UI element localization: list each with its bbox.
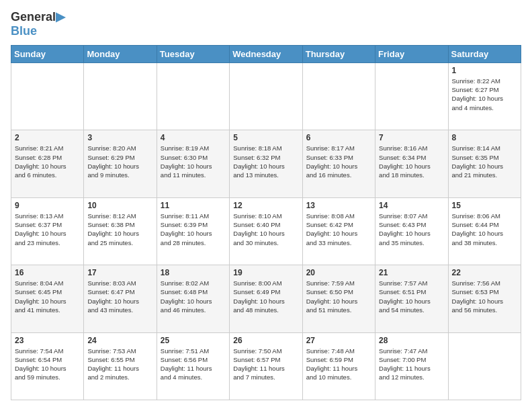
day-number: 10 xyxy=(87,201,152,210)
calendar-week-row: 1Sunrise: 8:22 AM Sunset: 6:27 PM Daylig… xyxy=(11,62,521,130)
calendar-cell: 3Sunrise: 8:20 AM Sunset: 6:29 PM Daylig… xyxy=(84,130,157,197)
day-number: 23 xyxy=(15,336,80,345)
day-info: Sunrise: 8:18 AM Sunset: 6:32 PM Dayligh… xyxy=(233,144,298,179)
day-info: Sunrise: 8:11 AM Sunset: 6:39 PM Dayligh… xyxy=(161,212,226,247)
calendar-cell xyxy=(375,62,448,130)
calendar-cell xyxy=(448,332,521,400)
day-info: Sunrise: 8:06 AM Sunset: 6:44 PM Dayligh… xyxy=(452,212,517,247)
calendar-week-row: 2Sunrise: 8:21 AM Sunset: 6:28 PM Daylig… xyxy=(11,130,521,197)
header: General▶ Blue xyxy=(11,11,521,38)
day-info: Sunrise: 8:03 AM Sunset: 6:47 PM Dayligh… xyxy=(87,279,152,314)
calendar-cell: 22Sunrise: 7:56 AM Sunset: 6:53 PM Dayli… xyxy=(448,265,521,332)
day-info: Sunrise: 7:56 AM Sunset: 6:53 PM Dayligh… xyxy=(452,279,517,314)
calendar-cell: 21Sunrise: 7:57 AM Sunset: 6:51 PM Dayli… xyxy=(375,265,448,332)
calendar-cell: 4Sunrise: 8:19 AM Sunset: 6:30 PM Daylig… xyxy=(157,130,229,197)
calendar-cell: 19Sunrise: 8:00 AM Sunset: 6:49 PM Dayli… xyxy=(230,265,302,332)
day-info: Sunrise: 7:54 AM Sunset: 6:54 PM Dayligh… xyxy=(15,347,80,382)
calendar-cell xyxy=(11,62,84,130)
day-info: Sunrise: 8:13 AM Sunset: 6:37 PM Dayligh… xyxy=(15,212,80,247)
day-number: 14 xyxy=(379,201,444,210)
calendar-cell: 24Sunrise: 7:53 AM Sunset: 6:55 PM Dayli… xyxy=(84,332,157,400)
day-number: 6 xyxy=(306,133,371,142)
weekday-header: Saturday xyxy=(448,45,521,62)
day-number: 8 xyxy=(452,133,517,142)
calendar-cell: 1Sunrise: 8:22 AM Sunset: 6:27 PM Daylig… xyxy=(448,62,521,130)
calendar-cell: 18Sunrise: 8:02 AM Sunset: 6:48 PM Dayli… xyxy=(157,265,229,332)
calendar-cell: 2Sunrise: 8:21 AM Sunset: 6:28 PM Daylig… xyxy=(11,130,84,197)
day-number: 13 xyxy=(306,201,371,210)
calendar-cell: 12Sunrise: 8:10 AM Sunset: 6:40 PM Dayli… xyxy=(230,197,302,265)
calendar-cell: 28Sunrise: 7:47 AM Sunset: 7:00 PM Dayli… xyxy=(375,332,448,400)
calendar-cell: 10Sunrise: 8:12 AM Sunset: 6:38 PM Dayli… xyxy=(84,197,157,265)
day-info: Sunrise: 8:22 AM Sunset: 6:27 PM Dayligh… xyxy=(452,77,517,112)
weekday-header: Friday xyxy=(375,45,448,62)
calendar-cell: 8Sunrise: 8:14 AM Sunset: 6:35 PM Daylig… xyxy=(448,130,521,197)
day-info: Sunrise: 8:21 AM Sunset: 6:28 PM Dayligh… xyxy=(15,144,80,179)
calendar-week-row: 16Sunrise: 8:04 AM Sunset: 6:45 PM Dayli… xyxy=(11,265,521,332)
logo: General▶ Blue xyxy=(11,11,65,38)
day-number: 11 xyxy=(161,201,226,210)
day-number: 25 xyxy=(161,336,226,345)
day-info: Sunrise: 8:00 AM Sunset: 6:49 PM Dayligh… xyxy=(233,279,298,314)
day-info: Sunrise: 8:14 AM Sunset: 6:35 PM Dayligh… xyxy=(452,144,517,179)
calendar-cell xyxy=(84,62,157,130)
day-info: Sunrise: 8:20 AM Sunset: 6:29 PM Dayligh… xyxy=(87,144,152,179)
day-number: 28 xyxy=(379,336,444,345)
day-number: 4 xyxy=(161,133,226,142)
day-info: Sunrise: 8:07 AM Sunset: 6:43 PM Dayligh… xyxy=(379,212,444,247)
calendar-cell xyxy=(230,62,302,130)
calendar-cell xyxy=(302,62,375,130)
logo-text: General▶ xyxy=(11,11,65,24)
calendar-week-row: 9Sunrise: 8:13 AM Sunset: 6:37 PM Daylig… xyxy=(11,197,521,265)
calendar-cell: 27Sunrise: 7:48 AM Sunset: 6:59 PM Dayli… xyxy=(302,332,375,400)
calendar-table: SundayMondayTuesdayWednesdayThursdayFrid… xyxy=(11,45,521,400)
calendar-cell: 9Sunrise: 8:13 AM Sunset: 6:37 PM Daylig… xyxy=(11,197,84,265)
day-number: 2 xyxy=(15,133,80,142)
day-number: 18 xyxy=(161,268,226,277)
day-number: 5 xyxy=(233,133,298,142)
day-info: Sunrise: 7:53 AM Sunset: 6:55 PM Dayligh… xyxy=(87,347,152,382)
day-number: 16 xyxy=(15,268,80,277)
calendar-cell: 20Sunrise: 7:59 AM Sunset: 6:50 PM Dayli… xyxy=(302,265,375,332)
calendar-header-row: SundayMondayTuesdayWednesdayThursdayFrid… xyxy=(11,45,521,62)
day-info: Sunrise: 7:59 AM Sunset: 6:50 PM Dayligh… xyxy=(306,279,371,314)
day-number: 12 xyxy=(233,201,298,210)
weekday-header: Monday xyxy=(84,45,157,62)
day-info: Sunrise: 8:17 AM Sunset: 6:33 PM Dayligh… xyxy=(306,144,371,179)
day-number: 15 xyxy=(452,201,517,210)
page: General▶ Blue SundayMondayTuesdayWednesd… xyxy=(0,0,532,411)
calendar-cell: 17Sunrise: 8:03 AM Sunset: 6:47 PM Dayli… xyxy=(84,265,157,332)
logo-blue: Blue xyxy=(11,24,65,38)
day-number: 17 xyxy=(87,268,152,277)
day-number: 7 xyxy=(379,133,444,142)
weekday-header: Tuesday xyxy=(157,45,229,62)
day-number: 27 xyxy=(306,336,371,345)
day-info: Sunrise: 7:47 AM Sunset: 7:00 PM Dayligh… xyxy=(379,347,444,382)
day-info: Sunrise: 7:50 AM Sunset: 6:57 PM Dayligh… xyxy=(233,347,298,382)
weekday-header: Wednesday xyxy=(230,45,302,62)
calendar-cell: 14Sunrise: 8:07 AM Sunset: 6:43 PM Dayli… xyxy=(375,197,448,265)
day-number: 20 xyxy=(306,268,371,277)
calendar-cell: 13Sunrise: 8:08 AM Sunset: 6:42 PM Dayli… xyxy=(302,197,375,265)
weekday-header: Sunday xyxy=(11,45,84,62)
day-info: Sunrise: 7:57 AM Sunset: 6:51 PM Dayligh… xyxy=(379,279,444,314)
day-number: 9 xyxy=(15,201,80,210)
day-number: 24 xyxy=(87,336,152,345)
day-number: 19 xyxy=(233,268,298,277)
calendar-cell: 5Sunrise: 8:18 AM Sunset: 6:32 PM Daylig… xyxy=(230,130,302,197)
calendar-cell: 15Sunrise: 8:06 AM Sunset: 6:44 PM Dayli… xyxy=(448,197,521,265)
day-info: Sunrise: 8:04 AM Sunset: 6:45 PM Dayligh… xyxy=(15,279,80,314)
day-info: Sunrise: 7:51 AM Sunset: 6:56 PM Dayligh… xyxy=(161,347,226,382)
day-info: Sunrise: 8:10 AM Sunset: 6:40 PM Dayligh… xyxy=(233,212,298,247)
day-info: Sunrise: 7:48 AM Sunset: 6:59 PM Dayligh… xyxy=(306,347,371,382)
day-info: Sunrise: 8:12 AM Sunset: 6:38 PM Dayligh… xyxy=(87,212,152,247)
day-info: Sunrise: 8:19 AM Sunset: 6:30 PM Dayligh… xyxy=(161,144,226,179)
calendar-cell: 25Sunrise: 7:51 AM Sunset: 6:56 PM Dayli… xyxy=(157,332,229,400)
day-info: Sunrise: 8:02 AM Sunset: 6:48 PM Dayligh… xyxy=(161,279,226,314)
day-number: 3 xyxy=(87,133,152,142)
calendar-cell: 6Sunrise: 8:17 AM Sunset: 6:33 PM Daylig… xyxy=(302,130,375,197)
day-info: Sunrise: 8:16 AM Sunset: 6:34 PM Dayligh… xyxy=(379,144,444,179)
calendar-cell: 7Sunrise: 8:16 AM Sunset: 6:34 PM Daylig… xyxy=(375,130,448,197)
weekday-header: Thursday xyxy=(302,45,375,62)
day-number: 21 xyxy=(379,268,444,277)
